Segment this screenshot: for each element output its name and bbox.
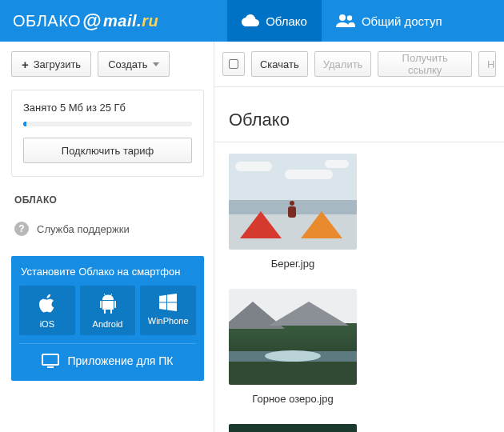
- file-thumbnail: [229, 424, 357, 432]
- storage-usage-text: Занято 5 Мб из 25 Гб: [23, 102, 192, 114]
- file-tile[interactable]: Берег.jpg: [229, 154, 357, 270]
- sidebar: + Загрузить Создать Занято 5 Мб из 25 Гб…: [0, 42, 214, 432]
- chevron-down-icon: [153, 62, 159, 66]
- upload-button[interactable]: + Загрузить: [11, 51, 91, 77]
- file-tile[interactable]: Чистая вода.jpg: [229, 424, 357, 432]
- truncated-button[interactable]: Н: [478, 51, 496, 77]
- storage-panel: Занято 5 Мб из 25 Гб Подключить тариф: [11, 90, 204, 177]
- nav-tab-shared-label: Общий доступ: [362, 14, 442, 28]
- sidebar-heading: ОБЛАКО: [14, 194, 201, 206]
- file-name: Горное озеро.jpg: [229, 393, 357, 405]
- app-header: ОБЛАКО @ mail . ru Облако Общий доступ: [0, 0, 504, 42]
- brand-logo[interactable]: ОБЛАКО @ mail . ru: [0, 0, 171, 42]
- toolbar: Скачать Удалить Получить ссылку Н: [214, 42, 504, 87]
- platform-winphone-label: WinPhone: [148, 316, 189, 326]
- mobile-promo: Установите Облако на смартфон iOS Androi…: [11, 256, 204, 381]
- create-button-label: Создать: [108, 58, 147, 70]
- platform-ios[interactable]: iOS: [19, 286, 75, 335]
- plus-icon: +: [22, 58, 29, 70]
- platform-winphone[interactable]: WinPhone: [140, 286, 196, 335]
- tariff-button-label: Подключить тариф: [62, 145, 154, 157]
- cloud-icon: [242, 14, 259, 27]
- support-link[interactable]: ? Служба поддержки: [11, 214, 204, 248]
- support-label: Служба поддержки: [37, 223, 130, 235]
- brand-oblako: ОБЛАКО: [13, 12, 81, 30]
- people-icon: [336, 14, 355, 27]
- brand-ru: ru: [142, 12, 158, 30]
- nav-tab-shared[interactable]: Общий доступ: [322, 0, 457, 42]
- truncated-button-label: Н: [487, 58, 494, 70]
- svg-point-1: [347, 15, 352, 20]
- nav-tab-cloud-label: Облако: [266, 14, 307, 28]
- brand-mail: mail: [103, 12, 137, 30]
- page-title: Облако: [229, 110, 490, 130]
- checkbox-box-icon: [229, 59, 238, 69]
- storage-progress: [23, 122, 192, 126]
- monitor-icon: [42, 354, 59, 368]
- upload-button-label: Загрузить: [34, 58, 81, 70]
- file-tile[interactable]: Горное озеро.jpg: [229, 289, 357, 405]
- platform-ios-label: iOS: [40, 319, 54, 329]
- tariff-button[interactable]: Подключить тариф: [23, 138, 192, 163]
- file-thumbnail: [229, 289, 357, 385]
- brand-at: @: [82, 10, 102, 32]
- file-name: Берег.jpg: [229, 258, 357, 270]
- create-button[interactable]: Создать: [98, 51, 169, 77]
- svg-point-0: [339, 14, 346, 21]
- storage-progress-bar: [23, 122, 26, 126]
- pc-app-label: Приложение для ПК: [67, 354, 173, 367]
- download-button-label: Скачать: [260, 58, 299, 70]
- file-grid: Берег.jpg Горное озеро.jpg: [229, 142, 490, 432]
- getlink-button[interactable]: Получить ссылку: [378, 51, 472, 77]
- download-button[interactable]: Скачать: [251, 51, 308, 77]
- apple-icon: [38, 294, 56, 314]
- mobile-promo-title: Установите Облако на смартфон: [19, 264, 196, 286]
- pc-app-link[interactable]: Приложение для ПК: [19, 343, 196, 378]
- platform-android-label: Android: [93, 319, 123, 329]
- delete-button[interactable]: Удалить: [314, 51, 372, 77]
- question-icon: ?: [14, 222, 29, 236]
- main-area: Скачать Удалить Получить ссылку Н Облако: [214, 42, 504, 432]
- platform-android[interactable]: Android: [80, 286, 136, 335]
- select-all-checkbox[interactable]: [222, 52, 245, 76]
- getlink-button-label: Получить ссылку: [386, 52, 463, 76]
- windows-icon: [159, 294, 177, 311]
- file-thumbnail: [229, 154, 357, 250]
- nav-tab-cloud[interactable]: Облако: [227, 0, 322, 42]
- delete-button-label: Удалить: [323, 58, 363, 70]
- android-icon: [99, 294, 117, 314]
